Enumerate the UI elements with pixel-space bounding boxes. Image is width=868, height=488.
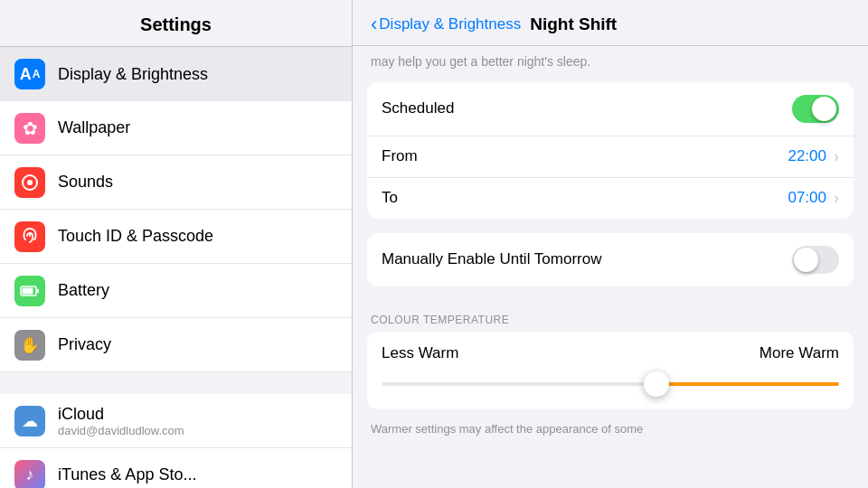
slider-thumb[interactable] bbox=[644, 371, 669, 397]
battery-icon bbox=[14, 276, 45, 306]
back-chevron-icon: ‹ bbox=[371, 14, 377, 34]
manual-toggle-knob bbox=[794, 248, 818, 272]
from-right: 22:00 › bbox=[788, 147, 839, 166]
touchid-icon bbox=[14, 221, 45, 252]
scheduled-toggle[interactable] bbox=[792, 95, 839, 123]
sidebar-item-battery[interactable]: Battery bbox=[0, 264, 352, 318]
from-time: 22:00 bbox=[788, 147, 826, 165]
header-title: Night Shift bbox=[530, 14, 617, 34]
sidebar-item-privacy[interactable]: ✋ Privacy bbox=[0, 318, 352, 372]
main-panel: ‹ Display & Brightness Night Shift may h… bbox=[353, 0, 868, 488]
sidebar-item-sounds[interactable]: Sounds bbox=[0, 155, 352, 210]
section-header-colour-temp: COLOUR TEMPERATURE bbox=[353, 301, 868, 332]
sidebar-item-itunes[interactable]: ♪ iTunes & App Sto... bbox=[0, 448, 352, 488]
scheduled-card: Scheduled From 22:00 › To 07:00 › bbox=[367, 82, 854, 219]
itunes-label: iTunes & App Sto... bbox=[58, 465, 196, 484]
from-label: From bbox=[382, 147, 418, 165]
sidebar-item-sounds-label: Sounds bbox=[58, 173, 113, 192]
sidebar-title: Settings bbox=[0, 0, 352, 47]
sidebar: Settings AA Display & Brightness ✿ Wallp… bbox=[0, 0, 353, 488]
scheduled-label: Scheduled bbox=[382, 99, 454, 117]
sidebar-item-icloud[interactable]: ☁ iCloud david@davidludlow.com bbox=[0, 394, 352, 448]
sidebar-item-touchid-label: Touch ID & Passcode bbox=[58, 227, 213, 246]
itunes-icon: ♪ bbox=[14, 460, 45, 489]
back-button[interactable]: ‹ Display & Brightness bbox=[371, 14, 521, 34]
svg-rect-3 bbox=[36, 289, 39, 293]
sidebar-item-wallpaper[interactable]: ✿ Wallpaper bbox=[0, 101, 352, 155]
slider-track bbox=[382, 382, 839, 386]
slider-footnote: Warmer settings may affect the appearanc… bbox=[353, 417, 868, 443]
wallpaper-icon: ✿ bbox=[14, 113, 45, 144]
sidebar-item-display[interactable]: AA Display & Brightness bbox=[0, 47, 352, 101]
icloud-sublabel: david@davidludlow.com bbox=[58, 424, 184, 437]
sounds-icon bbox=[14, 167, 45, 198]
to-time: 07:00 bbox=[788, 189, 826, 207]
svg-rect-4 bbox=[23, 287, 33, 294]
manual-label: Manually Enable Until Tomorrow bbox=[382, 250, 601, 268]
scheduled-row: Scheduled bbox=[367, 82, 854, 136]
manual-card: Manually Enable Until Tomorrow bbox=[367, 233, 854, 286]
sidebar-list: AA Display & Brightness ✿ Wallpaper Soun… bbox=[0, 47, 352, 488]
sidebar-item-touchid[interactable]: Touch ID & Passcode bbox=[0, 210, 352, 264]
sidebar-item-display-label: Display & Brightness bbox=[58, 65, 208, 84]
to-right: 07:00 › bbox=[788, 189, 839, 208]
from-chevron-icon: › bbox=[834, 147, 839, 166]
slider-labels: Less Warm More Warm bbox=[382, 344, 839, 362]
divider bbox=[0, 372, 352, 394]
sidebar-item-battery-label: Battery bbox=[58, 281, 109, 300]
to-chevron-icon: › bbox=[834, 189, 839, 208]
main-content: may help you get a better night's sleep.… bbox=[353, 46, 868, 488]
to-label: To bbox=[382, 189, 398, 207]
header-back-label: Display & Brightness bbox=[379, 15, 521, 33]
subtitle-text: may help you get a better night's sleep. bbox=[353, 46, 868, 82]
svg-point-1 bbox=[27, 180, 33, 185]
to-row[interactable]: To 07:00 › bbox=[367, 178, 854, 219]
colour-temp-card: Less Warm More Warm bbox=[367, 332, 854, 409]
icloud-icon: ☁ bbox=[14, 406, 45, 436]
icloud-label: iCloud bbox=[58, 405, 184, 424]
privacy-icon: ✋ bbox=[14, 330, 45, 361]
display-icon: AA bbox=[14, 59, 45, 89]
from-row[interactable]: From 22:00 › bbox=[367, 136, 854, 178]
less-warm-label: Less Warm bbox=[382, 344, 458, 362]
toggle-knob bbox=[812, 97, 836, 121]
manual-toggle[interactable] bbox=[792, 246, 839, 274]
sidebar-item-wallpaper-label: Wallpaper bbox=[58, 118, 130, 137]
sidebar-item-privacy-label: Privacy bbox=[58, 335, 111, 354]
more-warm-label: More Warm bbox=[760, 344, 839, 362]
main-header: ‹ Display & Brightness Night Shift bbox=[353, 0, 868, 46]
slider-track-container[interactable] bbox=[382, 371, 839, 397]
manual-row: Manually Enable Until Tomorrow bbox=[367, 233, 854, 286]
